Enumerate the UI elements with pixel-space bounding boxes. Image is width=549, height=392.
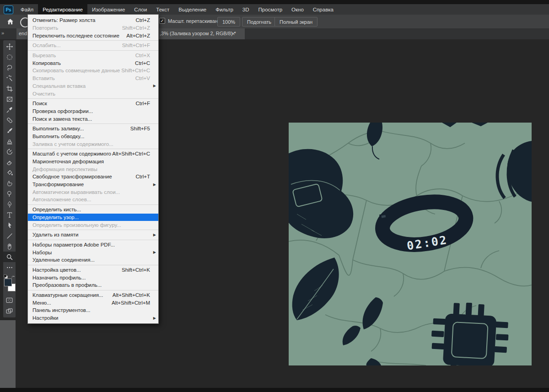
menubar-item[interactable]: 3D (238, 4, 254, 15)
menu-item[interactable]: Выполнить заливку... Shift+F5 ▶ (28, 125, 158, 133)
menu-item[interactable]: Панель инструментов... ▶ (28, 306, 158, 314)
edit-menu-section: Выполнить заливку... Shift+F5 ▶ Выполнит… (28, 124, 158, 148)
menu-item[interactable]: Проверка орфографии... ▶ (28, 107, 158, 115)
menu-item[interactable]: Специальная вставка ▶ (28, 82, 158, 90)
menubar-item[interactable]: Изображение (87, 4, 129, 15)
healing-brush-tool[interactable] (3, 115, 16, 125)
menu-item[interactable]: Марионеточная деформация ▶ (28, 158, 158, 166)
smudge-tool[interactable] (3, 178, 16, 188)
lasso-tool[interactable] (3, 62, 16, 73)
submenu-arrow-icon: ▶ (153, 183, 156, 187)
tool-icon (6, 211, 13, 219)
menu-item[interactable]: Удаленные соединения... ▶ (28, 256, 158, 264)
canvas-document[interactable]: 02:02 (289, 123, 532, 365)
menu-item[interactable]: Определить кисть... ▶ (28, 206, 158, 214)
menu-item-label: Копировать (32, 60, 61, 66)
menu-item[interactable]: Масштаб с учетом содержимого Alt+Shift+C… (28, 150, 158, 158)
hand-tool[interactable] (3, 241, 16, 252)
line-tool[interactable] (3, 231, 16, 241)
tool-icon (6, 117, 13, 124)
menubar-item-label: Просмотр (258, 7, 283, 12)
menu-item[interactable]: Определить произвольную фигуру... ▶ (28, 221, 158, 229)
menu-item[interactable]: Скопировать совмещенные данные Shift+Ctr… (28, 67, 158, 75)
tool-icon (6, 243, 13, 250)
edit-toolbar[interactable] (3, 262, 16, 273)
menu-item[interactable]: Ослабить... Shift+Ctrl+F ▶ (28, 42, 158, 49)
swap-colors-icon[interactable] (11, 274, 16, 279)
quick-mask-button[interactable] (3, 295, 16, 306)
menu-item[interactable]: Отменить: Размер холста Ctrl+Z ▶ (28, 16, 158, 24)
menu-item-label: Отменить: Размер холста (32, 17, 95, 23)
type-tool[interactable] (3, 209, 16, 220)
full-screen-button[interactable]: Полный экран (274, 17, 318, 27)
eraser-tool[interactable] (3, 157, 16, 167)
menu-item[interactable]: Трансформирование ▶ (28, 181, 158, 188)
zoom-100-button[interactable]: 100% (217, 17, 240, 27)
menu-item[interactable]: Настройки ▶ (28, 314, 158, 322)
menubar-item-label: Окно (291, 7, 304, 12)
menu-item[interactable]: Настройка цветов... Shift+Ctrl+K ▶ (28, 266, 158, 274)
brush-tool[interactable] (3, 125, 16, 136)
default-colors-icon[interactable] (4, 274, 8, 279)
menu-item[interactable]: Выполнить обводку... ▶ (28, 133, 158, 140)
menu-item[interactable]: Автоналожение слоев... ▶ (28, 196, 158, 204)
home-button[interactable] (5, 16, 16, 27)
menu-item[interactable]: Заливка с учетом содержимого... ▶ (28, 140, 158, 148)
marquee-tool[interactable] (3, 52, 16, 62)
menubar-item[interactable]: Справка (308, 4, 338, 15)
eyedropper-tool[interactable] (3, 104, 16, 115)
backpack-motif (289, 149, 353, 238)
menu-item[interactable]: Повторить Shift+Ctrl+Z ▶ (28, 24, 158, 32)
screen-mode-button[interactable] (3, 306, 16, 317)
menubar-item[interactable]: Фильтр (211, 4, 238, 15)
menu-item-shortcut: Ctrl+V (135, 75, 150, 81)
menu-item-shortcut: Shift+F5 (130, 126, 150, 131)
menu-item[interactable]: Копировать Ctrl+C ▶ (28, 59, 158, 67)
crop-tool[interactable] (3, 83, 16, 94)
menu-item[interactable]: Назначить профиль... ▶ (28, 274, 158, 281)
document-title-right: ,3% (Заливка узором 2, RGB/8) * (160, 31, 236, 36)
menu-item-label: Удалить из памяти (32, 232, 78, 237)
menu-item[interactable]: Деформация перспективы ▶ (28, 165, 158, 173)
clone-stamp-tool[interactable] (3, 136, 16, 146)
zoom-tool[interactable] (3, 252, 16, 262)
menu-item[interactable]: Переключить последнее состояние Alt+Ctrl… (28, 32, 158, 39)
menubar-item[interactable]: Выделение (174, 4, 211, 15)
menu-item[interactable]: Клавиатурные сокращения... Alt+Shift+Ctr… (28, 291, 158, 299)
menu-item[interactable]: Свободное трансформирование Ctrl+T ▶ (28, 173, 158, 181)
screen-mode-icon (5, 307, 13, 315)
foreground-color-swatch[interactable] (4, 279, 12, 286)
collapse-chevron-icon[interactable]: » (1, 30, 4, 36)
menu-item[interactable]: Очистить ▶ (28, 90, 158, 97)
menubar-item[interactable]: Текст (151, 4, 174, 15)
scrubby-zoom-option[interactable]: ✓ Масшт. перетаскиванием (159, 18, 227, 24)
menu-item[interactable]: Поиск и замена текста... ▶ (28, 115, 158, 123)
pen-tool[interactable] (3, 199, 16, 209)
menubar-item[interactable]: Редактирование (38, 4, 87, 15)
close-tab-icon[interactable]: × (231, 30, 235, 37)
menu-item[interactable]: Вырезать Ctrl+X ▶ (28, 52, 158, 59)
menu-item[interactable]: Меню... Alt+Shift+Ctrl+M ▶ (28, 299, 158, 306)
checkbox-checked-icon[interactable]: ✓ (159, 18, 165, 24)
frame-tool[interactable] (3, 94, 16, 104)
menu-item-label: Выполнить обводку... (32, 134, 84, 139)
path-selection-tool[interactable] (3, 220, 16, 231)
menu-item[interactable]: Преобразовать в профиль... ▶ (28, 281, 158, 289)
dodge-tool[interactable] (3, 188, 16, 199)
menubar-item[interactable]: Файл (16, 4, 38, 15)
menubar-item[interactable]: Просмотр (254, 4, 287, 15)
fit-screen-button[interactable]: Подогнать (242, 17, 276, 27)
menu-item[interactable]: Вставить Ctrl+V ▶ (28, 75, 158, 82)
history-brush-tool[interactable] (3, 146, 16, 157)
menu-item[interactable]: Наборы параметров Adobe PDF... ▶ (28, 241, 158, 249)
gradient-tool[interactable] (3, 167, 16, 178)
quick-selection-tool[interactable] (3, 73, 16, 83)
menu-item[interactable]: Поиск Ctrl+F ▶ (28, 100, 158, 107)
menubar-item[interactable]: Окно (287, 4, 308, 15)
menu-item[interactable]: Определить узор... ▶ (28, 214, 158, 221)
menubar-item[interactable]: Слои (129, 4, 151, 15)
menu-item[interactable]: Автоматически выравнивать слои... ▶ (28, 188, 158, 196)
menu-item[interactable]: Удалить из памяти ▶ (28, 231, 158, 239)
move-tool[interactable] (3, 41, 16, 52)
menu-item[interactable]: Наборы ▶ (28, 248, 158, 256)
